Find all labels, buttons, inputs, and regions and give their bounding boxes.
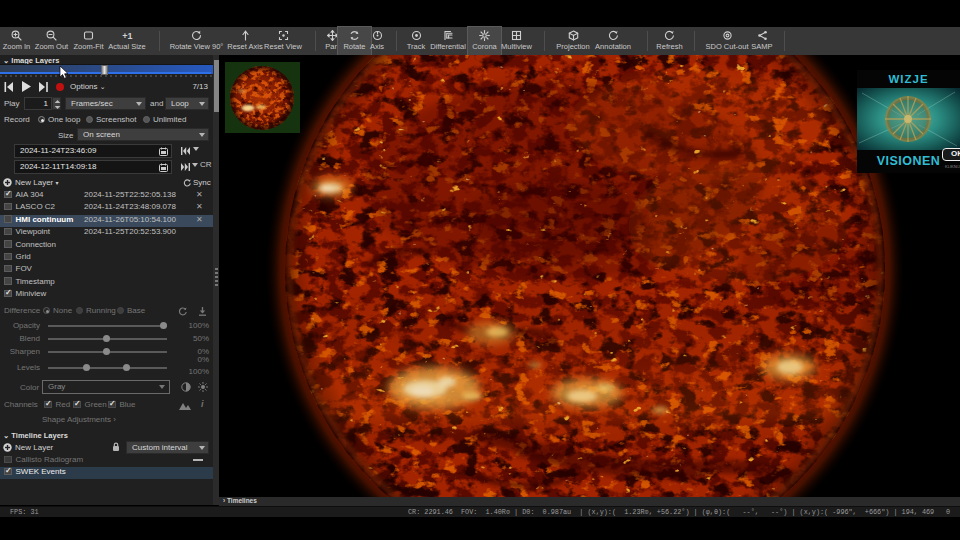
svg-text:+1: +1 bbox=[122, 31, 132, 41]
